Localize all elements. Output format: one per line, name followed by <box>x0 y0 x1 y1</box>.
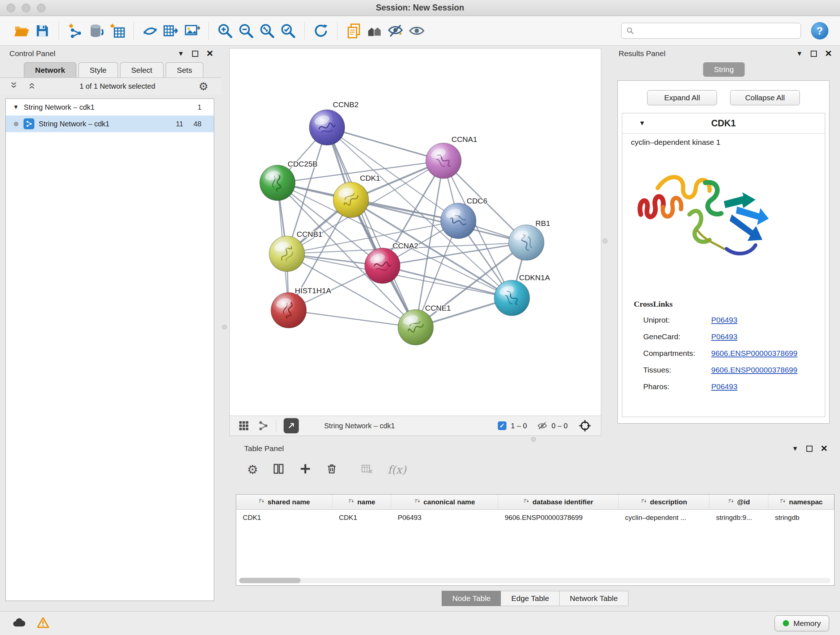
horizontal-scrollbar[interactable] <box>239 578 831 583</box>
import-network-database-icon[interactable] <box>86 20 107 41</box>
refresh-icon[interactable] <box>310 20 332 41</box>
node-CCNE1[interactable] <box>398 310 433 345</box>
network-collection-row[interactable]: ▼ String Network – cdk1 1 <box>6 99 214 116</box>
tab-select[interactable]: Select <box>120 62 164 78</box>
column-header-canonical-name[interactable]: canonical name <box>391 494 498 509</box>
zoom-in-icon[interactable] <box>215 20 235 41</box>
panel-menu-icon[interactable]: ▼ <box>796 50 803 57</box>
section-collapse-icon[interactable]: ▼ <box>639 119 645 127</box>
grid-mode-icon[interactable] <box>238 420 249 431</box>
crosshair-icon[interactable] <box>578 419 592 432</box>
left-splitter-handle[interactable] <box>222 325 227 329</box>
tab-style[interactable]: Style <box>79 62 118 78</box>
export-table-icon[interactable] <box>161 20 182 41</box>
table-panel-header: Table Panel ▼ ✕ <box>234 440 836 456</box>
column-header-shared-name[interactable]: shared name <box>236 494 332 509</box>
zoom-out-icon[interactable] <box>235 20 256 41</box>
collapse-all-icon[interactable] <box>9 81 18 92</box>
crosslink-link[interactable]: P06493 <box>711 333 737 341</box>
float-panel-icon[interactable] <box>806 446 813 452</box>
save-session-icon[interactable] <box>32 20 53 41</box>
edge-CCNB2-CCNE1[interactable] <box>327 127 416 327</box>
zoom-selected-icon[interactable] <box>278 20 298 41</box>
import-network-file-icon[interactable] <box>65 20 86 41</box>
memory-label: Memory <box>793 619 821 628</box>
column-header-namespac[interactable]: namespac <box>768 494 834 509</box>
network-tree: ▼ String Network – cdk1 1 String Network… <box>5 98 214 601</box>
memory-button[interactable]: Memory <box>775 616 829 631</box>
column-header--id[interactable]: @id <box>709 494 768 509</box>
close-panel-icon[interactable]: ✕ <box>821 443 828 454</box>
table-row[interactable]: CDK1CDK1P064939606.ENSP00000378699cyclin… <box>236 510 834 526</box>
column-header-database-identifier[interactable]: database identifier <box>498 494 619 509</box>
tab-node-table[interactable]: Node Table <box>442 591 501 606</box>
eye-edit-icon[interactable] <box>385 20 406 41</box>
open-in-new-icon[interactable] <box>284 418 299 433</box>
help-icon[interactable]: ? <box>811 22 829 40</box>
scrollbar-thumb[interactable] <box>239 578 301 583</box>
node-CCNB1[interactable] <box>269 236 305 272</box>
export-image-icon[interactable] <box>182 20 202 41</box>
tab-string[interactable]: String <box>703 62 745 77</box>
duplicate-document-icon[interactable] <box>343 20 364 41</box>
column-header-description[interactable]: description <box>619 494 710 509</box>
panel-menu-icon[interactable]: ▼ <box>178 50 184 57</box>
tab-sets[interactable]: Sets <box>166 62 203 78</box>
node-HIST1H1A[interactable] <box>271 293 306 328</box>
hidden-eye-icon <box>537 421 547 431</box>
float-panel-icon[interactable] <box>192 51 198 57</box>
houses-icon[interactable] <box>364 20 385 41</box>
protein-section-header[interactable]: ▼ CDK1 <box>622 113 825 134</box>
right-splitter-handle[interactable] <box>603 239 607 243</box>
gear-icon[interactable]: ⚙ <box>199 80 208 93</box>
columns-icon[interactable] <box>272 463 285 477</box>
table-settings-icon[interactable]: ⚙ <box>247 462 258 477</box>
tree-expand-icon[interactable]: ▼ <box>13 104 19 111</box>
network-row[interactable]: String Network – cdk1 11 48 <box>6 116 214 132</box>
node-RB1[interactable] <box>508 225 544 260</box>
collapse-all-button[interactable]: Collapse All <box>730 90 800 105</box>
bottom-splitter-handle[interactable] <box>531 437 536 442</box>
crosslink-link[interactable]: P06493 <box>711 316 737 325</box>
node-CCNA1[interactable] <box>426 143 461 179</box>
tab-network-table[interactable]: Network Table <box>559 591 628 606</box>
crosslink-link[interactable]: P06493 <box>711 382 737 391</box>
node-count: 11 <box>176 120 183 128</box>
crosslink-link[interactable]: 9606.ENSP00000378699 <box>711 366 797 374</box>
node-CDC6[interactable] <box>441 203 476 239</box>
warning-icon[interactable] <box>36 616 50 631</box>
close-panel-icon[interactable]: ✕ <box>206 49 213 59</box>
share-view-icon[interactable] <box>258 420 269 431</box>
network-canvas[interactable]: CCNB2CCNA1CDC25BCDK1CDC6RB1CCNB1CCNA2CDK… <box>230 49 601 416</box>
search-input[interactable] <box>638 27 796 35</box>
node-CDKN1A[interactable] <box>494 280 530 316</box>
cloud-icon[interactable] <box>11 615 27 632</box>
network-selection-row: 1 of 1 Network selected ⚙ <box>0 78 221 95</box>
delete-column-icon[interactable] <box>326 463 338 476</box>
protein-description: cyclin–dependent kinase 1 <box>622 134 825 148</box>
import-table-icon[interactable] <box>107 20 128 41</box>
crosslink-link[interactable]: 9606.ENSP00000378699 <box>711 349 797 358</box>
node-CDK1[interactable] <box>333 182 369 218</box>
tab-network[interactable]: Network <box>24 62 76 78</box>
node-CDC25B[interactable] <box>260 165 295 201</box>
tab-edge-table[interactable]: Edge Table <box>501 591 560 606</box>
selected-checkbox-icon[interactable]: ✓ <box>498 421 507 430</box>
close-panel-icon[interactable]: ✕ <box>825 49 832 59</box>
open-session-icon[interactable] <box>11 20 32 41</box>
column-header-name[interactable]: name <box>332 494 392 509</box>
sort-icon <box>641 498 647 506</box>
table-cell: P06493 <box>391 514 498 522</box>
network-arrows-icon[interactable] <box>140 20 161 41</box>
node-CCNB2[interactable] <box>309 110 345 145</box>
expand-all-icon[interactable] <box>27 81 36 92</box>
edge-HIST1H1A-CCNE1[interactable] <box>289 310 416 327</box>
search-field[interactable] <box>621 23 801 39</box>
expand-all-button[interactable]: Expand All <box>647 90 717 105</box>
float-panel-icon[interactable] <box>811 51 817 57</box>
zoom-fit-icon[interactable] <box>256 20 278 41</box>
panel-menu-icon[interactable]: ▼ <box>792 445 798 453</box>
node-CCNA2[interactable] <box>365 248 400 283</box>
eye-icon[interactable] <box>406 20 427 41</box>
add-column-icon[interactable] <box>299 463 311 477</box>
